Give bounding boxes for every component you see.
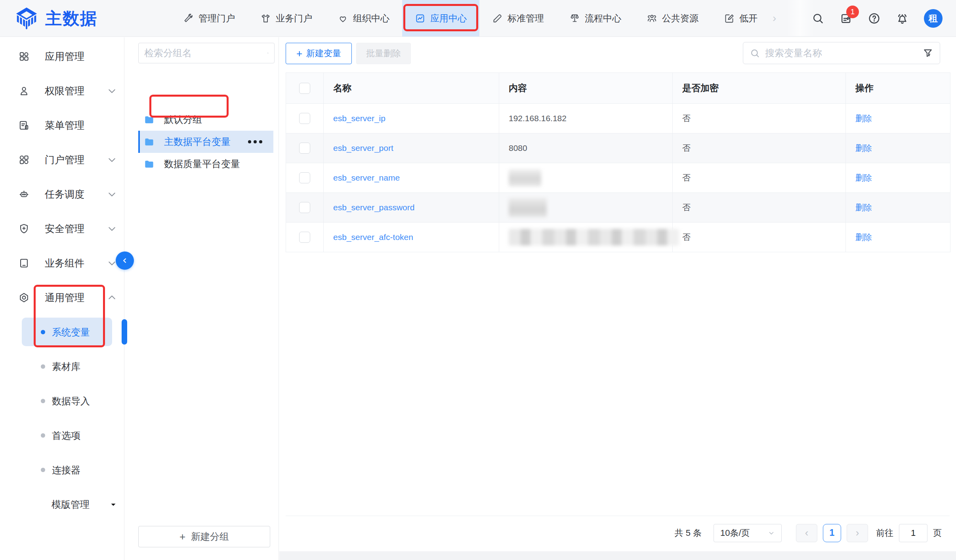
nav-label: 组织中心	[353, 12, 389, 25]
sidebar-item-permission-management[interactable]: 权限管理	[0, 74, 124, 108]
sidebar-subitem-connectors[interactable]: 连接器	[0, 453, 124, 487]
variable-name-link[interactable]: esb_server_password	[333, 203, 414, 212]
next-page-button[interactable]: ›	[847, 524, 868, 542]
chevron-left-icon	[121, 257, 129, 265]
shirt-icon	[260, 13, 271, 24]
variable-name-link[interactable]: esb_server_afc-token	[333, 232, 413, 242]
nav-item-public-resources[interactable]: 公共资源	[634, 0, 711, 36]
nav-item-org-center[interactable]: 组织中心	[325, 0, 402, 36]
row-checkbox[interactable]	[299, 202, 310, 213]
sidebar-item-portal-management[interactable]: 门户管理	[0, 143, 124, 177]
bullet-dot-icon	[41, 468, 45, 472]
variable-search-box	[743, 42, 940, 64]
nav-item-business-portal[interactable]: 业务门户	[248, 0, 325, 36]
goto-page-input[interactable]	[899, 524, 927, 542]
sidebar-item-task-scheduling[interactable]: 任务调度	[0, 177, 124, 211]
select-all-checkbox[interactable]	[299, 83, 310, 94]
nav-label: 低开	[739, 12, 758, 25]
group-list: 默认分组 主数据平台变量 数据质量平台变量	[125, 109, 279, 175]
nav-label: 应用中心	[430, 12, 467, 25]
group-item-default[interactable]: 默认分组	[125, 109, 279, 131]
sidebar-collapse-button[interactable]	[116, 251, 134, 270]
delete-link[interactable]: 删除	[855, 143, 872, 152]
nav-label: 公共资源	[662, 12, 698, 25]
sidebar-subitem-data-import[interactable]: 数据导入	[0, 384, 124, 418]
prev-page-button[interactable]: ‹	[796, 524, 817, 542]
table-row: esb_server_name 否 删除	[286, 163, 950, 193]
sidebar-subitem-template-management[interactable]: 模版管理	[0, 487, 124, 522]
avatar[interactable]: 租	[924, 9, 943, 28]
variable-encrypted: 否	[673, 133, 846, 163]
search-icon	[750, 48, 760, 59]
table-header-row: 名称 内容 是否加密 操作	[286, 73, 950, 104]
table-row: esb_server_ip 192.168.16.182 否 删除	[286, 104, 950, 133]
nav-item-low-code[interactable]: 低开	[711, 0, 770, 36]
group-item-data-quality-vars[interactable]: 数据质量平台变量	[125, 153, 279, 175]
delete-link[interactable]: 删除	[855, 203, 872, 212]
sidebar-item-business-components[interactable]: 业务组件	[0, 246, 124, 280]
sidebar-item-app-management[interactable]: 应用管理	[0, 39, 124, 74]
page-number-button[interactable]: 1	[823, 524, 841, 542]
batch-delete-button[interactable]: 批量删除	[356, 43, 411, 64]
variable-name-link[interactable]: esb_server_port	[333, 143, 393, 152]
help-icon[interactable]	[868, 12, 881, 25]
bullet-dot-icon	[41, 330, 45, 334]
table-row: esb_server_afc-token 否 删除	[286, 223, 950, 252]
nav-label: 流程中心	[585, 12, 621, 25]
delete-link[interactable]: 删除	[855, 114, 872, 123]
variable-content: 192.168.16.182	[499, 104, 673, 133]
sidebar-item-general-management[interactable]: 通用管理	[0, 280, 124, 315]
search-icon[interactable]	[811, 12, 824, 25]
gear-target-icon	[18, 292, 30, 303]
nav-overflow-chevron-icon[interactable]: ›	[770, 0, 779, 36]
group-more-menu-icon[interactable]	[248, 140, 262, 143]
redacted-content	[509, 229, 679, 246]
filter-funnel-icon[interactable]	[922, 48, 933, 59]
sidebar-item-security-management[interactable]: 安全管理	[0, 211, 124, 246]
chevron-down-icon	[106, 223, 118, 234]
bell-icon[interactable]	[896, 12, 909, 25]
apps-grid-icon	[18, 51, 30, 62]
variables-table: 名称 内容 是否加密 操作 esb_server_ip 192.168.16.1…	[286, 72, 950, 252]
redacted-content	[509, 169, 541, 187]
delete-link[interactable]: 删除	[855, 173, 872, 182]
variable-encrypted: 否	[673, 163, 846, 193]
group-item-master-data-vars[interactable]: 主数据平台变量	[138, 131, 273, 153]
chevron-up-icon	[106, 292, 118, 303]
delete-link[interactable]: 删除	[855, 232, 872, 242]
folder-icon	[144, 114, 155, 125]
variable-content: 8080	[499, 133, 673, 163]
variable-name-link[interactable]: esb_server_ip	[333, 114, 385, 123]
sidebar-subitem-preferences[interactable]: 首选项	[0, 418, 124, 453]
nav-item-app-center[interactable]: 应用中心	[402, 0, 479, 36]
table-row: esb_server_port 8080 否 删除	[286, 133, 950, 163]
active-indicator-bar	[122, 319, 127, 345]
people-icon	[647, 13, 657, 24]
new-variable-button[interactable]: + 新建变量	[286, 43, 352, 64]
cube-logo-icon	[14, 6, 39, 31]
notes-icon[interactable]: 1	[840, 12, 853, 25]
variable-name-link[interactable]: esb_server_name	[333, 173, 400, 182]
row-checkbox[interactable]	[299, 143, 310, 154]
nav-item-process-center[interactable]: 流程中心	[557, 0, 634, 36]
search-icon[interactable]	[267, 48, 269, 58]
nav-item-standard-mgmt[interactable]: 标准管理	[479, 0, 557, 36]
topbar: 主数据 管理门户 业务门户 组织中心 应用中心 标准管理 流程中心	[0, 0, 956, 37]
variable-search-input[interactable]	[765, 48, 918, 59]
new-group-button[interactable]: + 新建分组	[138, 526, 270, 547]
nav-fade	[786, 0, 814, 36]
sidebar-subitem-material-library[interactable]: 素材库	[0, 349, 124, 384]
table-row: esb_server_password 否 删除	[286, 193, 950, 223]
row-checkbox[interactable]	[299, 232, 310, 243]
group-search-input[interactable]	[144, 48, 267, 59]
page-size-select[interactable]: 10条/页	[714, 524, 782, 542]
app-chart-icon	[415, 13, 426, 24]
sidebar-subitem-system-variables[interactable]: 系统变量	[0, 315, 124, 349]
sidebar-item-menu-management[interactable]: 菜单管理	[0, 108, 124, 143]
nav-label: 标准管理	[508, 12, 544, 25]
nav-item-management-portal[interactable]: 管理门户	[170, 0, 248, 36]
redacted-content	[509, 198, 547, 217]
edit-square-icon	[724, 13, 735, 24]
row-checkbox[interactable]	[299, 172, 310, 183]
row-checkbox[interactable]	[299, 113, 310, 124]
